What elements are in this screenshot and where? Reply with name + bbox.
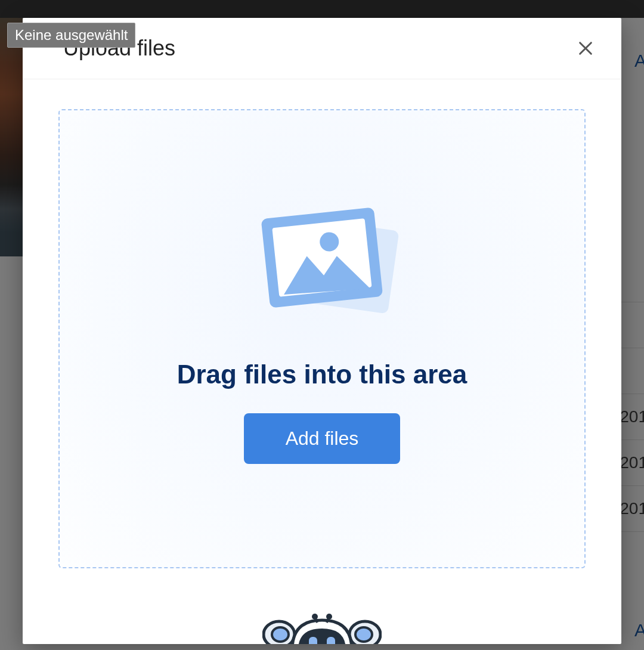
- svg-rect-10: [309, 637, 317, 644]
- close-icon: [576, 39, 595, 58]
- robot-icon: [262, 608, 382, 644]
- image-placeholder-icon: [233, 190, 411, 327]
- upload-modal: Upload files: [23, 18, 621, 644]
- selection-tooltip: Keine ausgewählt: [7, 23, 135, 48]
- add-files-button[interactable]: Add files: [244, 413, 401, 464]
- file-dropzone[interactable]: Drag files into this area Add files: [58, 109, 586, 568]
- svg-point-9: [355, 627, 372, 642]
- svg-rect-11: [327, 637, 335, 644]
- dropzone-instruction: Drag files into this area: [177, 360, 467, 389]
- svg-point-7: [272, 627, 289, 642]
- modal-body: Drag files into this area Add files: [23, 79, 621, 644]
- close-button[interactable]: [574, 36, 597, 60]
